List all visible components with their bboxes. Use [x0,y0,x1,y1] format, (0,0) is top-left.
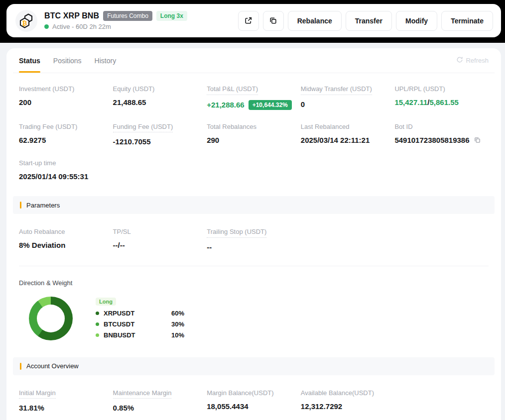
refresh-icon [456,56,463,65]
stat-value: 8% Deviation [19,241,113,250]
stat-label-tooltip[interactable]: Midway Transfer (USDT) [301,85,372,95]
legend-row-bnb: BNBUSDT 10% [96,331,184,339]
stat-last-rebalanced: Last Rebalanced 2025/03/14 22:11:21 [301,122,395,147]
stat-label: Bot ID [394,123,412,131]
legend-row-btc: BTCUSDT 30% [96,320,184,328]
modify-button[interactable]: Modify [396,11,437,31]
divider [19,266,489,266]
tab-positions[interactable]: Positions [53,48,82,73]
share-button[interactable] [238,11,259,31]
terminate-button[interactable]: Terminate [441,11,493,31]
stat-total-pnl: Total P&L (USDT) +21,288.66 +10,644.32% [207,84,301,110]
parameters-section-header: Parameters [13,196,495,214]
rpl-value: 5,861.55 [429,98,458,107]
legend-dot [96,322,99,326]
account-overview-section-title: Account Overview [26,362,79,370]
acct-available-balance: Available Balance(USDT) 12,312.7292 [301,388,395,413]
stat-startup-time: Start-up time 2025/01/14 09:55:31 [19,158,113,181]
legend-symbol: XRPUSDT [104,310,134,317]
donut-legend: Long XRPUSDT 60% BTCUSDT 30% BNBUSDT 10% [96,297,184,342]
acct-margin-balance: Margin Balance(USDT) 18,055.4434 [207,388,301,413]
stat-value: 12,312.7292 [301,402,395,411]
orange-section-bar [20,202,21,209]
transfer-button[interactable]: Transfer [346,11,392,31]
bot-identity: ₿ BTC XRP BNB Futures Combo Long 3x Acti… [15,10,187,32]
stat-label: Investment (USDT) [19,85,74,93]
stat-value: -- [207,243,301,252]
stat-value: 2025/01/14 09:55:31 [19,172,113,181]
stat-value: 0.85% [113,404,207,413]
title-block: BTC XRP BNB Futures Combo Long 3x Active… [44,11,187,30]
direction-weight-title: Direction & Weight [13,279,495,287]
stat-label: Margin Balance(USDT) [207,389,273,397]
legend-weight: 60% [171,310,184,317]
pnl-percent-badge: +10,644.32% [249,100,292,110]
legend-dot [96,312,99,315]
share-icon [244,16,252,25]
stat-label-tooltip[interactable]: Total P&L (USDT) [207,85,258,95]
stat-label-tooltip[interactable]: Initial Margin [19,389,56,399]
param-trailing-stop: Trailing Stop (USDT) -- [207,227,301,252]
stat-label: Auto Rebalance [19,228,65,236]
stat-trading-fee: Trading Fee (USDT) 62.9275 [19,122,113,147]
orange-section-bar [20,363,21,370]
legend-symbol: BNBUSDT [104,331,135,339]
direction-weight-donut [29,297,73,340]
account-overview-grid: Initial Margin 31.81% Maintenance Margin… [13,388,495,413]
stats-row-2: Trading Fee (USDT) 62.9275 Funding Fee (… [13,122,495,147]
header-actions: Rebalance Transfer Modify Terminate [238,11,493,31]
bot-status: Active - 60D 2h 22m [44,23,187,30]
status-text: Active - 60D 2h 22m [52,23,111,30]
long-direction-badge: Long [96,298,116,306]
bot-type-badge: Futures Combo [103,11,152,21]
stat-value: 18,055.4434 [207,402,301,411]
stats-row-1: Investment (USDT) 200 Equity (USDT) 21,4… [13,84,495,110]
stat-investment: Investment (USDT) 200 [19,84,113,110]
stat-total-rebalances: Total Rebalances 290 [207,122,301,147]
stat-value: --/-- [113,241,207,250]
copy-bot-id-icon[interactable] [474,136,481,144]
param-auto-rebalance: Auto Rebalance 8% Deviation [19,227,113,252]
stat-label: Start-up time [19,159,56,167]
stat-value: 290 [207,136,301,145]
tab-history[interactable]: History [95,48,117,73]
direction-weight-block: Long XRPUSDT 60% BTCUSDT 30% BNBUSDT 10% [13,297,495,342]
stat-value: 0 [301,100,395,109]
rebalance-button[interactable]: Rebalance [288,11,342,31]
bot-header-card: ₿ BTC XRP BNB Futures Combo Long 3x Acti… [6,4,501,37]
stat-label: Last Rebalanced [301,123,350,131]
stat-label: Trading Fee (USDT) [19,123,77,131]
legend-weight: 30% [171,320,184,328]
tab-status[interactable]: Status [19,48,40,73]
legend-symbol: BTCUSDT [104,320,134,328]
stat-label: TP/SL [113,228,131,236]
stat-label: UPL/RPL (USDT) [394,85,445,93]
stat-value: -1210.7055 [113,137,207,146]
refresh-button[interactable]: Refresh [456,48,489,73]
stat-label: Available Balance(USDT) [301,389,374,397]
stat-upl-rpl: UPL/RPL (USDT) 15,427.11 / 5,861.55 [394,84,489,110]
stat-value: 21,488.65 [113,98,207,107]
stat-label-tooltip[interactable]: Maintenance Margin [113,389,172,399]
active-status-dot [44,24,49,29]
stat-label: Equity (USDT) [113,85,155,93]
upl-value: 15,427.11 [394,98,427,107]
copy-icon [269,16,277,25]
stat-label-tooltip[interactable]: Trailing Stop (USDT) [207,228,266,238]
bot-hexagon-bitcoin-logo: ₿ [15,10,37,32]
stat-label-tooltip[interactable]: Funding Fee (USDT) [113,123,173,133]
parameters-grid: Auto Rebalance 8% Deviation TP/SL --/-- … [13,227,495,252]
param-tpsl: TP/SL --/-- [113,227,207,252]
svg-text:₿: ₿ [22,19,27,26]
refresh-label: Refresh [466,57,489,64]
stats-row-3: Start-up time 2025/01/14 09:55:31 [13,158,495,181]
duplicate-bot-button[interactable] [263,11,284,31]
stat-funding-fee: Funding Fee (USDT) -1210.7055 [113,122,207,147]
parameters-section-title: Parameters [26,202,60,209]
stat-midway-transfer: Midway Transfer (USDT) 0 [301,84,395,110]
stat-value: 62.9275 [19,136,113,145]
bot-title: BTC XRP BNB [44,11,99,20]
stat-value: 2025/03/14 22:11:21 [301,136,395,145]
tab-bar: Status Positions History Refresh [13,48,495,73]
acct-initial-margin: Initial Margin 31.81% [19,388,113,413]
